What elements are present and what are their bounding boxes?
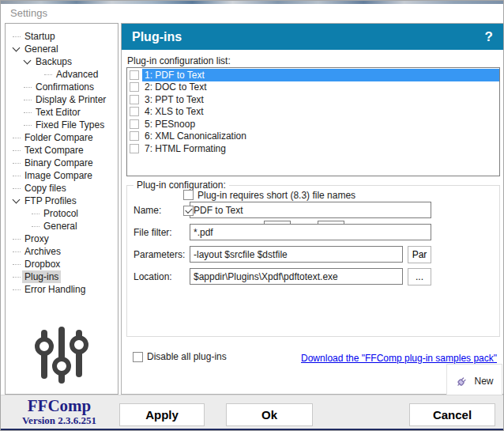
tree-connector [10, 277, 22, 278]
plugin-list-item-label: 6: XML Canonicalization [142, 130, 499, 142]
tree-connector [21, 100, 33, 100]
plugin-list-item-3-ppt-to-text[interactable]: 3: PPT to Text [127, 93, 499, 106]
tree-item-text-compare[interactable]: Text Compare [6, 144, 118, 157]
tree-item-label: Advanced [54, 68, 100, 81]
tree-item-image-compare[interactable]: Image Compare [6, 169, 118, 182]
tree-item-label: Startup [22, 30, 58, 43]
window-titlebar: Settings [1, 4, 503, 23]
tree-item-confirmations[interactable]: Confirmations [6, 81, 118, 93]
tree-connector [10, 264, 22, 265]
tree-item-ftp-profiles[interactable]: FTP Profiles [6, 195, 118, 207]
field-row-file-filter: File filter: [134, 224, 431, 240]
plugin-list-item-4-xls-to-text[interactable]: 4: XLS to Text [127, 106, 499, 119]
tree-item-label: Text Editor [33, 106, 83, 119]
plugin-enabled-checkbox[interactable] [130, 82, 139, 92]
plugins-page: Plug-ins ? Plug-in configuration list: 1… [121, 23, 504, 395]
tree-item-label: Backups [33, 55, 74, 68]
tree-connector [42, 74, 54, 75]
question-icon[interactable]: ? [485, 29, 493, 45]
new-button[interactable]: New [446, 364, 502, 399]
tree-item-startup[interactable]: Startup [6, 30, 118, 43]
plugin-list-item-label: 3: PPT to Text [142, 93, 499, 106]
tree-item-label: Copy files [22, 182, 69, 195]
tree-item-label: Text Compare [22, 144, 86, 157]
ok-button[interactable]: Ok [226, 403, 313, 426]
tree-connector [10, 150, 22, 151]
plugin-list-item-label: 1: PDF to Text [142, 69, 499, 81]
disable-all-plugins-row[interactable]: Disable all plug-ins [133, 351, 227, 362]
browse-button[interactable]: ... [408, 268, 431, 285]
tree-connector [10, 138, 22, 138]
tree-item-label: Binary Compare [22, 157, 96, 169]
plugin-list-item-6-xml-canonicalization[interactable]: 6: XML Canonicalization [127, 130, 499, 143]
option-row-plug-in-requires-short-8-3-file-names[interactable]: Plug-in requires short (8.3) file names [183, 188, 499, 202]
plugin-enabled-checkbox[interactable] [130, 119, 139, 129]
plugin-list-item-label: 5: PESnoop [142, 118, 499, 130]
tree-item-label: General [41, 220, 80, 233]
tree-item-label: Fixed File Types [33, 119, 107, 131]
tree-connector [10, 239, 22, 240]
tree-item-advanced[interactable]: Advanced [6, 68, 118, 81]
tree-item-general[interactable]: General [6, 220, 118, 233]
tree-item-display-printer[interactable]: Display & Printer [6, 93, 118, 106]
tree-item-general[interactable]: General [6, 43, 118, 55]
tree-item-plug-ins[interactable]: Plug-ins [6, 270, 118, 283]
name-input[interactable] [190, 202, 431, 218]
tree-item-copy-files[interactable]: Copy files [6, 182, 118, 195]
tree-item-backups[interactable]: Backups [6, 55, 118, 68]
parameters-input[interactable] [190, 246, 403, 263]
tree-item-label: Image Compare [22, 169, 95, 182]
plugin-config-list[interactable]: 1: PDF to Text2: DOC to Text3: PPT to Te… [126, 67, 500, 176]
tree-connector [10, 251, 22, 252]
page-header: Plug-ins ? [122, 24, 503, 50]
parameters-par-button[interactable]: Par [408, 246, 431, 263]
plugin-enabled-checkbox[interactable] [130, 144, 139, 153]
plugin-enabled-checkbox[interactable] [130, 131, 139, 141]
location-input[interactable] [190, 268, 403, 285]
tree-item-protocol[interactable]: Protocol [6, 207, 118, 220]
brand-block: FFComp Version 2.3.6.251 [1, 397, 118, 426]
tree-item-archives[interactable]: Archives [6, 245, 118, 258]
plugin-list-item-7-html-formating[interactable]: 7: HTML Formating [127, 142, 499, 155]
plugin-enabled-checkbox[interactable] [130, 70, 139, 80]
settings-tree: StartupGeneralBackupsAdvancedConfirmatio… [6, 24, 118, 296]
plugin-enabled-checkbox[interactable] [130, 107, 139, 116]
plugin-enabled-checkbox[interactable] [130, 95, 139, 104]
plugin-list-item-label: 7: HTML Formating [142, 142, 499, 155]
tree-item-label: Error Handling [22, 283, 88, 296]
field-row-parameters: Parameters:Par [134, 246, 431, 263]
plugin-list-item-1-pdf-to-text[interactable]: 1: PDF to Text [127, 69, 499, 81]
check-plug-in-exit-code-checkbox[interactable] [183, 206, 194, 216]
tree-item-label: Display & Printer [33, 93, 108, 106]
apply-button[interactable]: Apply [119, 403, 205, 426]
plug-icon [455, 375, 468, 388]
plugin-list-item-5-pesnoop[interactable]: 5: PESnoop [127, 118, 499, 130]
chevron-down-icon[interactable] [10, 199, 22, 202]
tree-item-binary-compare[interactable]: Binary Compare [6, 157, 118, 169]
field-row-location: Location:... [134, 268, 431, 285]
tree-item-text-editor[interactable]: Text Editor [6, 106, 118, 119]
new-button-label: New [474, 376, 493, 387]
window-title: Settings [10, 7, 47, 19]
samples-pack-link[interactable]: Download the "FFComp plug-in samples pac… [301, 353, 497, 364]
cancel-button[interactable]: Cancel [409, 403, 495, 426]
tree-connector [10, 163, 22, 164]
tree-item-error-handling[interactable]: Error Handling [6, 283, 118, 296]
tree-item-folder-compare[interactable]: Folder Compare [6, 131, 118, 144]
tree-connector [29, 214, 41, 214]
plug-in-requires-short-8-3-file-names-checkbox[interactable] [183, 190, 194, 200]
tree-item-label: Folder Compare [22, 131, 96, 144]
file-filter-input[interactable] [190, 224, 431, 240]
location-label: Location: [134, 271, 190, 282]
brand-name: FFComp [1, 397, 118, 414]
tree-item-proxy[interactable]: Proxy [6, 233, 118, 245]
plugin-list-item-2-doc-to-text[interactable]: 2: DOC to Text [127, 81, 499, 94]
plugin-list-item-label: 4: XLS to Text [142, 105, 499, 118]
chevron-down-icon[interactable] [21, 60, 33, 63]
tree-item-fixed-file-types[interactable]: Fixed File Types [6, 119, 118, 131]
tree-item-dropbox[interactable]: Dropbox [6, 258, 118, 270]
chevron-down-icon[interactable] [10, 47, 22, 51]
plugin-list-item-label: 2: DOC to Text [142, 81, 499, 93]
disable-all-plugins-checkbox[interactable] [133, 352, 143, 362]
tree-connector [10, 289, 22, 290]
